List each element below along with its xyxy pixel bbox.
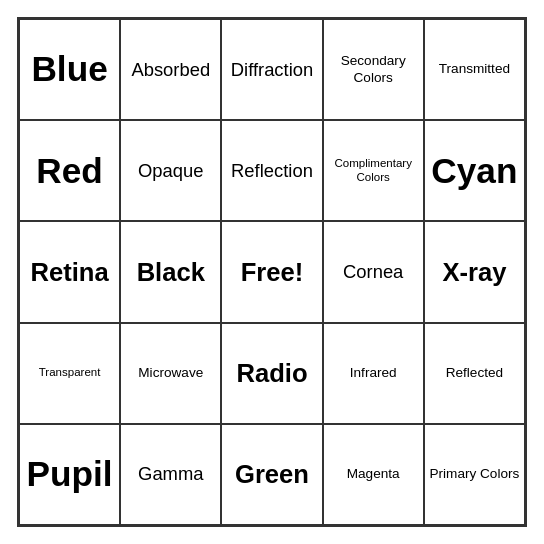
bingo-cell-17: Radio [221, 323, 322, 424]
bingo-cell-11: Black [120, 221, 221, 322]
bingo-cell-12: Free! [221, 221, 322, 322]
bingo-cell-7: Reflection [221, 120, 322, 221]
bingo-cell-1: Absorbed [120, 19, 221, 120]
bingo-cell-0: Blue [19, 19, 120, 120]
cell-text-2: Diffraction [231, 59, 313, 81]
cell-text-5: Red [36, 150, 102, 192]
bingo-cell-5: Red [19, 120, 120, 221]
cell-text-4: Transmitted [439, 61, 510, 77]
cell-text-23: Magenta [347, 466, 400, 482]
bingo-cell-24: Primary Colors [424, 424, 525, 525]
cell-text-21: Gamma [138, 463, 203, 485]
bingo-cell-13: Cornea [323, 221, 424, 322]
bingo-cell-22: Green [221, 424, 322, 525]
cell-text-3: Secondary Colors [328, 53, 419, 86]
bingo-cell-19: Reflected [424, 323, 525, 424]
cell-text-17: Radio [236, 358, 307, 389]
cell-text-18: Infrared [350, 365, 397, 381]
cell-text-7: Reflection [231, 160, 313, 182]
bingo-cell-18: Infrared [323, 323, 424, 424]
bingo-cell-6: Opaque [120, 120, 221, 221]
bingo-cell-16: Microwave [120, 323, 221, 424]
cell-text-6: Opaque [138, 160, 203, 182]
bingo-cell-21: Gamma [120, 424, 221, 525]
cell-text-9: Cyan [431, 150, 517, 192]
bingo-cell-9: Cyan [424, 120, 525, 221]
cell-text-1: Absorbed [131, 59, 210, 81]
cell-text-0: Blue [31, 48, 107, 90]
bingo-cell-3: Secondary Colors [323, 19, 424, 120]
cell-text-22: Green [235, 459, 309, 490]
cell-text-10: Retina [30, 257, 108, 288]
cell-text-16: Microwave [138, 365, 203, 381]
cell-text-12: Free! [241, 257, 304, 288]
cell-text-13: Cornea [343, 261, 403, 283]
cell-text-15: Transparent [39, 366, 101, 380]
bingo-cell-15: Transparent [19, 323, 120, 424]
cell-text-11: Black [137, 257, 205, 288]
cell-text-24: Primary Colors [429, 466, 519, 482]
bingo-cell-20: Pupil [19, 424, 120, 525]
bingo-cell-10: Retina [19, 221, 120, 322]
bingo-cell-4: Transmitted [424, 19, 525, 120]
cell-text-14: X-ray [442, 257, 506, 288]
bingo-cell-8: Complimentary Colors [323, 120, 424, 221]
bingo-cell-14: X-ray [424, 221, 525, 322]
bingo-cell-23: Magenta [323, 424, 424, 525]
bingo-card: BlueAbsorbedDiffractionSecondary ColorsT… [17, 17, 527, 527]
cell-text-8: Complimentary Colors [328, 157, 419, 185]
bingo-cell-2: Diffraction [221, 19, 322, 120]
cell-text-19: Reflected [446, 365, 503, 381]
cell-text-20: Pupil [27, 453, 113, 495]
